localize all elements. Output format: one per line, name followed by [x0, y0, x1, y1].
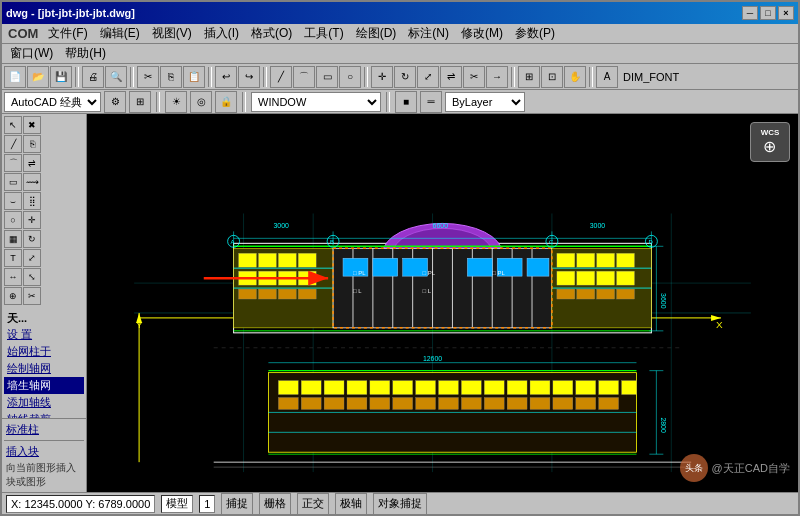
bylayer-select[interactable]: ByLayer — [445, 92, 525, 112]
status-coords: X: 12345.0000 Y: 6789.0000 — [6, 495, 155, 513]
toolbar-line[interactable]: ╱ — [270, 66, 292, 88]
maximize-button[interactable]: □ — [760, 6, 776, 20]
tool-circle-tool[interactable]: ○ — [4, 211, 22, 229]
svg-text:3600: 3600 — [660, 293, 667, 309]
layer-icon3[interactable]: 🔒 — [215, 91, 237, 113]
autocad-classic-select[interactable]: AutoCAD 经典 — [4, 92, 101, 112]
close-button[interactable]: × — [778, 6, 794, 20]
svg-rect-18 — [278, 253, 296, 267]
menu-window[interactable]: 窗口(W) — [4, 44, 59, 63]
tool-text-tool[interactable]: T — [4, 249, 22, 267]
svg-rect-91 — [484, 381, 504, 395]
status-snap[interactable]: 捕捉 — [221, 493, 253, 515]
tool-stretch[interactable]: ⤡ — [23, 268, 41, 286]
toolbar-copy[interactable]: ⎘ — [160, 66, 182, 88]
menu-tools[interactable]: 工具(T) — [298, 24, 349, 43]
menu-view[interactable]: 视图(V) — [146, 24, 198, 43]
toolbar-open[interactable]: 📂 — [27, 66, 49, 88]
toolbar-move[interactable]: ✛ — [371, 66, 393, 88]
toolbar-trim-btn[interactable]: ✂ — [463, 66, 485, 88]
toolbar-zoom-extent[interactable]: ⊞ — [518, 66, 540, 88]
toolbar-new[interactable]: 📄 — [4, 66, 26, 88]
toolbar-redo[interactable]: ↪ — [238, 66, 260, 88]
svg-text:D: D — [648, 239, 653, 245]
svg-text:□ PL: □ PL — [423, 270, 436, 276]
layer-icon1[interactable]: ☀ — [165, 91, 187, 113]
toolbar-cut[interactable]: ✂ — [137, 66, 159, 88]
layer-icon2[interactable]: ◎ — [190, 91, 212, 113]
menu-modify[interactable]: 修改(M) — [455, 24, 509, 43]
menu-edit[interactable]: 编辑(E) — [94, 24, 146, 43]
status-osnap[interactable]: 对象捕捉 — [373, 493, 427, 515]
toolbar-zoom-window[interactable]: ⊡ — [541, 66, 563, 88]
menu-file[interactable]: 文件(F) — [42, 24, 93, 43]
menu-insert[interactable]: 插入(I) — [198, 24, 245, 43]
toolbar-rect[interactable]: ▭ — [316, 66, 338, 88]
toolbar-rotate[interactable]: ↻ — [394, 66, 416, 88]
menu-params[interactable]: 参数(P) — [509, 24, 561, 43]
view-cube-label: WCS — [761, 128, 780, 137]
title-buttons: ─ □ × — [742, 6, 794, 20]
tool-pick[interactable]: ↖ — [4, 116, 22, 134]
sidebar-standard-col[interactable]: 标准柱 — [4, 421, 84, 438]
sidebar-item-grid-col[interactable]: 始网柱于 — [4, 343, 84, 360]
toolbar-circle[interactable]: ○ — [339, 66, 361, 88]
toolbar-save[interactable]: 💾 — [50, 66, 72, 88]
sidebar-item-draw-grid[interactable]: 绘制轴网 — [4, 360, 84, 377]
tool-rotate-tool[interactable]: ↻ — [23, 230, 41, 248]
color-icon[interactable]: ■ — [395, 91, 417, 113]
layer-prop-btn[interactable]: ⊞ — [129, 91, 151, 113]
tool-offset-tool[interactable]: ⟿ — [23, 173, 41, 191]
linetype-icon[interactable]: ═ — [420, 91, 442, 113]
tool-mirror-tool[interactable]: ⇌ — [23, 154, 41, 172]
svg-rect-51 — [617, 253, 635, 267]
tool-erase[interactable]: ✖ — [23, 116, 41, 134]
sidebar-item-settings[interactable]: 设 置 — [4, 326, 84, 343]
toolbar-pline[interactable]: ⌒ — [293, 66, 315, 88]
toolbar-mirror-btn[interactable]: ⇌ — [440, 66, 462, 88]
svg-rect-90 — [461, 381, 481, 395]
tool-array[interactable]: ⣿ — [23, 192, 41, 210]
sidebar-insert-block[interactable]: 插入块 — [4, 443, 84, 460]
tool-rect-tool[interactable]: ▭ — [4, 173, 22, 191]
toolbar-extend-btn[interactable]: → — [486, 66, 508, 88]
window-select[interactable]: WINDOW — [251, 92, 381, 112]
canvas-area[interactable]: Y X — [87, 114, 798, 492]
toolbar-undo[interactable]: ↩ — [215, 66, 237, 88]
toolbar-print[interactable]: 🖨 — [82, 66, 104, 88]
status-polar[interactable]: 极轴 — [335, 493, 367, 515]
tool-arc[interactable]: ⌣ — [4, 192, 22, 210]
com-text: COM — [4, 26, 42, 41]
tool-copy-tool[interactable]: ⎘ — [23, 135, 41, 153]
status-model[interactable]: 模型 — [161, 495, 193, 513]
svg-text:□ L: □ L — [353, 288, 362, 294]
menu-dim[interactable]: 标注(N) — [402, 24, 455, 43]
view-cube[interactable]: WCS ⊕ — [750, 122, 790, 162]
menu-format[interactable]: 格式(O) — [245, 24, 298, 43]
sidebar-item-trim-axis[interactable]: 轴线裁剪 — [4, 411, 84, 418]
minimize-button[interactable]: ─ — [742, 6, 758, 20]
toolbar-paste[interactable]: 📋 — [183, 66, 205, 88]
svg-rect-53 — [577, 271, 595, 285]
tool-move-tool[interactable]: ✛ — [23, 211, 41, 229]
layer-manager-btn[interactable]: ⚙ — [104, 91, 126, 113]
sidebar-item-wall-grid[interactable]: 墙生轴网 — [4, 377, 84, 394]
status-ortho[interactable]: 正交 — [297, 493, 329, 515]
svg-rect-112 — [599, 398, 619, 410]
tool-line-tool[interactable]: ╱ — [4, 135, 22, 153]
tool-pline-tool[interactable]: ⌒ — [4, 154, 22, 172]
tool-insert[interactable]: ⊕ — [4, 287, 22, 305]
menu-draw[interactable]: 绘图(D) — [350, 24, 403, 43]
menu-bar-row1: COM 文件(F) 编辑(E) 视图(V) 插入(I) 格式(O) 工具(T) … — [2, 24, 798, 44]
tool-dim-tool[interactable]: ↔ — [4, 268, 22, 286]
sidebar-item-add-axis[interactable]: 添加轴线 — [4, 394, 84, 411]
tool-trim-tool[interactable]: ✂ — [23, 287, 41, 305]
tool-scale-tool[interactable]: ⤢ — [23, 249, 41, 267]
tool-hatch[interactable]: ▦ — [4, 230, 22, 248]
status-grid[interactable]: 栅格 — [259, 493, 291, 515]
toolbar-pan-btn[interactable]: ✋ — [564, 66, 586, 88]
toolbar-scale-btn[interactable]: ⤢ — [417, 66, 439, 88]
toolbar-text[interactable]: A — [596, 66, 618, 88]
menu-help[interactable]: 帮助(H) — [59, 44, 112, 63]
toolbar-preview[interactable]: 🔍 — [105, 66, 127, 88]
